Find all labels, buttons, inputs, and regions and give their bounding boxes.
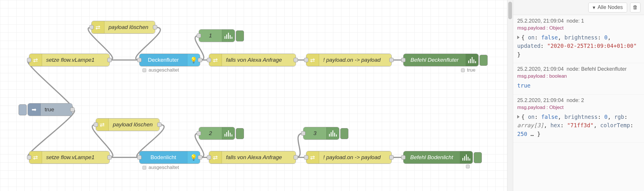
filter-nodes-button[interactable]: ▾ Alle Nodes bbox=[588, 3, 627, 12]
port-out[interactable] bbox=[153, 25, 157, 30]
clear-debug-button[interactable]: 🗑 bbox=[630, 3, 641, 12]
node-debug-1[interactable]: 1 bbox=[199, 29, 235, 42]
node-inject[interactable]: ➡ true bbox=[28, 103, 73, 116]
expand-caret-icon[interactable] bbox=[517, 36, 520, 39]
port-in[interactable] bbox=[207, 58, 211, 62]
node-label: payload löschen bbox=[109, 119, 159, 131]
debug-message-type: msg.payload : Object bbox=[517, 105, 640, 110]
debug-sidebar: ▾ Alle Nodes 🗑 25.2.2020, 21:09:04node: … bbox=[513, 0, 644, 191]
debug-message-body: { on: false, brightness: 0, rgb: array[3… bbox=[517, 113, 640, 138]
node-status: ausgeschaltet bbox=[142, 165, 179, 170]
debug-message-header: 25.2.2020, 21:09:04node: 2 bbox=[517, 97, 640, 103]
port-in[interactable] bbox=[301, 131, 305, 136]
port-in[interactable] bbox=[304, 58, 308, 62]
status-text: ausgeschaltet bbox=[149, 67, 179, 73]
node-label: falls von Alexa Anfrage bbox=[222, 54, 296, 66]
status-dot-icon bbox=[142, 166, 146, 170]
port-out[interactable] bbox=[198, 58, 202, 62]
filter-label: Alle Nodes bbox=[598, 4, 623, 10]
port-in[interactable] bbox=[207, 155, 211, 160]
node-label: setze flow.vLampe1 bbox=[42, 151, 109, 163]
node-deckenfluter[interactable]: Deckenfluter 💡 ausgeschaltet bbox=[139, 54, 200, 66]
bars-icon bbox=[460, 151, 473, 163]
port-out[interactable] bbox=[389, 58, 394, 62]
expand-caret-icon[interactable] bbox=[517, 115, 520, 119]
debug-messages[interactable]: 25.2.2020, 21:09:04node: 1msg.payload : … bbox=[513, 15, 644, 191]
node-set-lampe-1-bottom[interactable]: ⇄ setze flow.vLampe1 bbox=[29, 151, 110, 164]
node-debug-2[interactable]: 2 bbox=[199, 127, 235, 140]
app-root: ➡ true ⇄ setze flow.vLampe1 ⇄ payload lö… bbox=[0, 0, 644, 191]
debug-message[interactable]: 25.2.2020, 21:09:04node: 1msg.payload : … bbox=[513, 15, 644, 63]
status-dot-icon bbox=[461, 68, 465, 72]
debug-message-body: true bbox=[517, 81, 640, 90]
port-out[interactable] bbox=[70, 108, 75, 112]
inject-button[interactable] bbox=[19, 104, 27, 115]
port-in[interactable] bbox=[89, 25, 94, 30]
status-text: true bbox=[467, 67, 475, 73]
arrow-right-icon: ➡ bbox=[28, 103, 41, 116]
port-out[interactable] bbox=[107, 155, 112, 160]
debug-toggle-button[interactable] bbox=[340, 128, 348, 139]
node-label: 3 bbox=[303, 127, 326, 139]
node-label: ! payload.on -> payload bbox=[319, 54, 391, 66]
port-in[interactable] bbox=[27, 155, 31, 160]
port-in[interactable] bbox=[197, 34, 201, 38]
port-in[interactable] bbox=[304, 155, 308, 160]
node-status: true bbox=[461, 67, 475, 73]
node-status: ausgeschaltet bbox=[142, 67, 179, 73]
debug-toolbar: ▾ Alle Nodes 🗑 bbox=[513, 0, 644, 15]
port-in[interactable] bbox=[27, 58, 31, 62]
status-text: ausgeschaltet bbox=[149, 165, 179, 170]
flow-canvas[interactable]: ➡ true ⇄ setze flow.vLampe1 ⇄ payload lö… bbox=[0, 0, 513, 191]
port-out[interactable] bbox=[389, 155, 394, 160]
debug-toggle-button[interactable] bbox=[236, 30, 244, 41]
port-in[interactable] bbox=[137, 155, 142, 160]
debug-message-header: 25.2.2020, 21:09:04node: Befehl Deckenfl… bbox=[517, 66, 640, 72]
bars-icon bbox=[466, 54, 478, 66]
debug-message-type: msg.payload : boolean bbox=[517, 73, 640, 79]
node-negate-top[interactable]: ⇄ ! payload.on -> payload bbox=[306, 54, 392, 66]
scrollbar-thumb[interactable] bbox=[508, 2, 512, 19]
debug-toggle-button[interactable] bbox=[236, 128, 244, 139]
node-befehl-deckenfluter[interactable]: Befehl Deckenfluter true bbox=[403, 54, 479, 66]
port-in[interactable] bbox=[401, 155, 406, 160]
node-alexa-check-top[interactable]: ⇄ falls von Alexa Anfrage bbox=[209, 54, 296, 66]
port-out[interactable] bbox=[198, 155, 202, 160]
node-befehl-bodenlicht[interactable]: Befehl Bodenlicht bbox=[403, 151, 473, 164]
debug-message[interactable]: 25.2.2020, 21:09:04node: 2msg.payload : … bbox=[513, 94, 644, 143]
port-in[interactable] bbox=[401, 58, 406, 62]
node-negate-bottom[interactable]: ⇄ ! payload.on -> payload bbox=[306, 151, 392, 164]
node-bodenlicht[interactable]: Bodenlicht 💡 ausgeschaltet bbox=[139, 151, 200, 164]
node-label: Befehl Bodenlicht bbox=[404, 151, 460, 163]
node-alexa-check-bottom[interactable]: ⇄ falls von Alexa Anfrage bbox=[209, 151, 296, 164]
port-out[interactable] bbox=[107, 58, 112, 62]
node-label: Befehl Deckenfluter bbox=[404, 54, 466, 66]
port-in[interactable] bbox=[137, 58, 142, 62]
debug-message-header: 25.2.2020, 21:09:04node: 1 bbox=[517, 18, 640, 24]
node-label: true bbox=[41, 103, 72, 116]
flow-canvas-wrap: ➡ true ⇄ setze flow.vLampe1 ⇄ payload lö… bbox=[0, 0, 513, 191]
bars-icon bbox=[326, 127, 339, 139]
debug-toggle-button[interactable] bbox=[480, 55, 488, 66]
status-dot-icon bbox=[142, 68, 146, 72]
port-out[interactable] bbox=[294, 155, 298, 160]
node-label: Bodenlicht bbox=[140, 151, 187, 163]
port-in[interactable] bbox=[94, 123, 98, 127]
debug-toggle-button[interactable] bbox=[474, 152, 482, 163]
bars-icon bbox=[222, 30, 235, 42]
debug-message-type: msg.payload : Object bbox=[517, 25, 640, 31]
filter-icon: ▾ bbox=[593, 4, 595, 11]
node-payload-delete-bottom[interactable]: ⇄ payload löschen bbox=[96, 118, 160, 131]
canvas-scrollbar[interactable] bbox=[507, 0, 513, 191]
node-set-lampe-1-top[interactable]: ⇄ setze flow.vLampe1 bbox=[29, 54, 110, 66]
node-label: payload löschen bbox=[104, 21, 155, 33]
bars-icon bbox=[222, 127, 235, 139]
port-in[interactable] bbox=[197, 131, 201, 136]
node-label: ! payload.on -> payload bbox=[319, 151, 391, 163]
debug-message[interactable]: 25.2.2020, 21:09:04node: Befehl Deckenfl… bbox=[513, 63, 644, 94]
port-out[interactable] bbox=[294, 58, 298, 62]
node-debug-3[interactable]: 3 bbox=[303, 127, 339, 140]
node-label: Deckenfluter bbox=[140, 54, 187, 66]
node-payload-delete-top[interactable]: ⇄ payload löschen bbox=[91, 21, 155, 34]
port-out[interactable] bbox=[157, 123, 162, 127]
